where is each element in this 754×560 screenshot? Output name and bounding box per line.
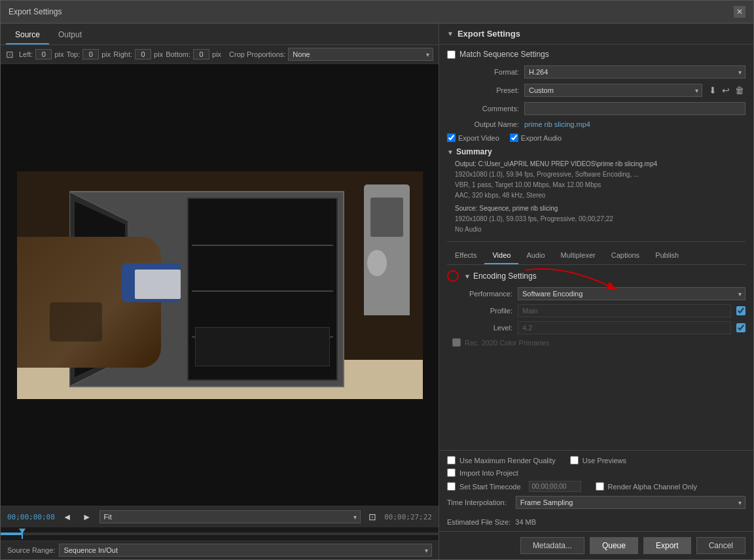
match-sequence-checkbox[interactable] <box>447 50 456 59</box>
max-render-label: Use Maximum Render Quality <box>459 457 556 464</box>
import-project-row: Import Into Project <box>447 468 745 477</box>
timecode-left: 00;00;00;08 <box>7 513 55 521</box>
preset-select[interactable]: Custom <box>524 84 702 97</box>
crop-proportions-select[interactable]: None <box>288 48 433 61</box>
fit-select[interactable]: Fit 25% 50% 100% <box>99 510 361 523</box>
right-input[interactable] <box>135 49 151 60</box>
save-preset-button[interactable]: ⬇ <box>708 84 718 97</box>
cancel-button[interactable]: Cancel <box>696 537 745 554</box>
time-interpolation-label: Time Interpolation: <box>447 499 507 506</box>
export-video-checkbox[interactable] <box>447 133 456 142</box>
profile-checkbox[interactable] <box>736 306 745 315</box>
use-previews-checkbox[interactable] <box>570 456 579 464</box>
match-sequence-row: Match Sequence Settings <box>447 50 745 59</box>
close-button[interactable]: ✕ <box>734 6 745 18</box>
tab-publish[interactable]: Publish <box>647 247 687 264</box>
time-interpolation-select[interactable]: Frame Sampling Frame Blending Optical Fl… <box>516 496 745 509</box>
left-input[interactable] <box>35 49 52 60</box>
render-alpha-checkbox[interactable] <box>596 482 604 491</box>
render-quality-row: Use Maximum Render Quality Use Previews <box>447 456 745 464</box>
right-panel: ▼ Export Settings Match Sequence Setting… <box>439 24 753 559</box>
render-alpha-label: Render Alpha Channel Only <box>608 483 697 491</box>
export-button[interactable]: Export <box>643 537 691 554</box>
crop-proportions-label: Crop Proportions: <box>229 50 285 58</box>
timeline[interactable] <box>1 527 439 540</box>
right-panel-content: Match Sequence Settings Format: H.264 ▾ … <box>439 44 753 450</box>
crop-icon: ⊡ <box>6 49 14 60</box>
import-preset-button[interactable]: ↩ <box>721 84 731 97</box>
left-label: Left: <box>19 50 33 58</box>
comments-label: Comments: <box>447 105 519 113</box>
prev-frame-button[interactable]: ◄ <box>60 510 75 523</box>
level-checkbox[interactable] <box>736 323 745 332</box>
triangle-icon: ▼ <box>447 30 454 37</box>
bottom-label: Bottom: <box>166 50 190 58</box>
delete-preset-button[interactable]: 🗑 <box>734 84 745 97</box>
bottom-input[interactable] <box>193 49 209 60</box>
main-content: Source Output ⊡ Left: pix Top: pix Right… <box>1 24 753 559</box>
right-label: Right: <box>113 50 132 58</box>
tab-video[interactable]: Video <box>484 247 518 264</box>
format-control: H.264 ▾ <box>524 65 745 79</box>
output-name-link[interactable]: prime rib slicing.mp4 <box>524 120 590 128</box>
tab-captions[interactable]: Captions <box>603 247 647 264</box>
export-audio-checkbox[interactable] <box>510 133 518 142</box>
top-label: Top: <box>66 50 80 58</box>
timecode-row: Set Start Timecode Render Alpha Channel … <box>447 481 745 492</box>
time-interpolation-row: Time Interpolation: Frame Sampling Frame… <box>447 496 745 509</box>
summary-output-details: 1920x1080 (1.0), 59.94 fps, Progressive,… <box>455 169 745 180</box>
source-range-select[interactable]: Sequence In/Out Entire Sequence Custom <box>59 544 432 557</box>
tab-output[interactable]: Output <box>49 26 91 44</box>
profile-label: Profile: <box>447 307 512 315</box>
left-unit: pix <box>54 50 63 58</box>
top-unit: pix <box>101 50 111 58</box>
top-input[interactable] <box>82 49 99 60</box>
estimated-size-value: 34 MB <box>515 518 536 526</box>
summary-title: Summary <box>456 147 492 156</box>
summary-section: ▼ Summary Output: C:\User_u\APRIL MENU P… <box>447 147 745 235</box>
playback-controls: 00;00;00;08 ◄ ► Fit 25% 50% 100% ▾ ⊡ 00;… <box>1 506 439 527</box>
use-previews-label: Use Previews <box>583 457 626 464</box>
preset-actions: ⬇ ↩ 🗑 <box>708 84 745 97</box>
encoding-settings-header[interactable]: ▼ Encoding Settings <box>447 270 745 282</box>
tab-multiplexer[interactable]: Multiplexer <box>553 247 603 264</box>
import-project-checkbox[interactable] <box>447 468 456 477</box>
summary-source-details: 1920x1080 (1.0), 59.033 fps, Progressive… <box>455 214 745 224</box>
time-interpolation-control: Frame Sampling Frame Blending Optical Fl… <box>516 496 745 509</box>
level-select[interactable]: 4.2 <box>518 321 731 334</box>
comments-row: Comments: <box>447 102 745 115</box>
preset-control: Custom ▾ <box>524 84 702 97</box>
next-frame-button[interactable]: ► <box>80 510 94 523</box>
format-select[interactable]: H.264 <box>524 65 745 79</box>
profile-select[interactable]: Main <box>518 304 731 317</box>
comments-input[interactable] <box>524 102 745 115</box>
start-timecode-input[interactable] <box>529 481 581 492</box>
encoding-settings-title: Encoding Settings <box>473 271 537 281</box>
fit-frame-button[interactable]: ⊡ <box>366 510 379 523</box>
preset-row: Preset: Custom ▾ ⬇ ↩ 🗑 <box>447 84 745 97</box>
max-render-checkbox[interactable] <box>447 456 456 464</box>
encoding-triangle: ▼ <box>464 273 471 280</box>
source-range-label: Source Range: <box>7 546 55 554</box>
video-preview <box>17 171 423 399</box>
level-label: Level: <box>447 324 512 332</box>
queue-button[interactable]: Queue <box>590 537 638 554</box>
performance-label: Performance: <box>447 290 512 298</box>
performance-select[interactable]: Software Encoding Hardware Encoding <box>518 287 745 300</box>
set-start-timecode-checkbox[interactable] <box>447 482 456 491</box>
level-row: Level: 4.2 <box>447 321 745 334</box>
right-panel-header: ▼ Export Settings <box>439 24 753 44</box>
tab-source[interactable]: Source <box>6 26 49 44</box>
bottom-unit: pix <box>212 50 221 58</box>
tab-audio[interactable]: Audio <box>518 247 552 264</box>
left-panel: Source Output ⊡ Left: pix Top: pix Right… <box>1 24 439 559</box>
summary-source-label: Source: Sequence, prime rib slicing <box>455 203 745 214</box>
output-name-label: Output Name: <box>447 120 519 128</box>
video-tabs: Effects Video Audio Multiplexer Captions… <box>447 247 745 265</box>
rec2020-checkbox[interactable] <box>452 338 461 347</box>
file-size-row: Estimated File Size: 34 MB <box>439 518 753 526</box>
match-sequence-label: Match Sequence Settings <box>459 50 549 59</box>
summary-triangle: ▼ <box>447 149 454 156</box>
metadata-button[interactable]: Metadata... <box>520 537 584 554</box>
tab-effects[interactable]: Effects <box>447 247 484 264</box>
